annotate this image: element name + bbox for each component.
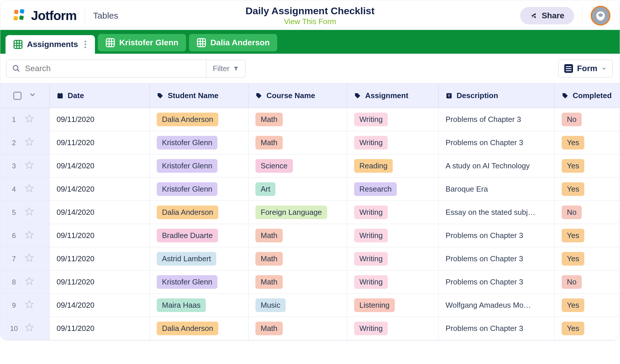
cell-student[interactable]: Kristofer Glenn	[150, 154, 248, 177]
star-icon[interactable]	[25, 253, 34, 264]
star-icon[interactable]	[25, 137, 34, 148]
cell-course[interactable]: Music	[248, 294, 347, 317]
header-description[interactable]: T Description	[439, 84, 555, 108]
cell-date[interactable]: 09/14/2020	[50, 201, 150, 224]
cell-course[interactable]: Math	[248, 108, 347, 131]
table-row[interactable]: 6 09/11/2020 Bradlee Duarte Math Writing…	[0, 224, 620, 247]
cell-completed[interactable]: Yes	[555, 154, 620, 177]
cell-student[interactable]: Kristofer Glenn	[150, 131, 248, 154]
cell-completed[interactable]: No	[555, 201, 620, 224]
cell-description[interactable]: Problems on Chapter 3	[439, 271, 555, 293]
cell-description[interactable]: Wolfgang Amadeus Mo…	[439, 294, 555, 317]
cell-assignment[interactable]: Writing	[347, 317, 439, 340]
cell-date[interactable]: 09/14/2020	[50, 294, 150, 317]
cell-assignment[interactable]: Writing	[347, 271, 439, 293]
star-icon[interactable]	[25, 114, 34, 125]
section-label[interactable]: Tables	[93, 11, 118, 21]
table-row[interactable]: 4 09/14/2020 Kristofer Glenn Art Researc…	[0, 178, 620, 201]
cell-date[interactable]: 09/11/2020	[50, 108, 150, 131]
table-row[interactable]: 7 09/11/2020 Astrid Lambert Math Writing…	[0, 247, 620, 271]
cell-course[interactable]: Math	[248, 317, 347, 340]
expand-all-icon[interactable]	[28, 91, 37, 101]
cell-course[interactable]: Foreign Language	[248, 201, 347, 224]
cell-description[interactable]: Problems on Chapter 3	[439, 247, 555, 270]
filter-button[interactable]: Filter	[206, 60, 246, 78]
cell-student[interactable]: Bradlee Duarte	[150, 224, 248, 247]
header-date[interactable]: Date	[50, 84, 150, 108]
cell-description[interactable]: Problems of Chapter 3	[439, 108, 555, 131]
cell-completed[interactable]: No	[555, 271, 620, 293]
view-form-link[interactable]: View This Form	[284, 17, 336, 26]
star-icon[interactable]	[25, 207, 34, 218]
cell-course[interactable]: Math	[248, 131, 347, 154]
cell-date[interactable]: 09/11/2020	[50, 271, 150, 293]
cell-assignment[interactable]: Writing	[347, 201, 439, 224]
cell-student[interactable]: Kristofer Glenn	[150, 178, 248, 201]
cell-student[interactable]: Dalia Anderson	[150, 108, 248, 131]
cell-assignment[interactable]: Writing	[347, 108, 439, 131]
cell-assignment[interactable]: Research	[347, 178, 439, 201]
cell-assignment[interactable]: Listening	[347, 294, 439, 317]
cell-description[interactable]: Baroque Era	[439, 178, 555, 201]
topbar: Jotform Tables Daily Assignment Checklis…	[0, 0, 620, 30]
form-button[interactable]: Form	[558, 60, 613, 78]
star-icon[interactable]	[25, 277, 34, 288]
cell-description[interactable]: Problems on Chapter 3	[439, 131, 555, 154]
cell-student[interactable]: Astrid Lambert	[150, 247, 248, 270]
star-icon[interactable]	[25, 184, 34, 195]
search-input[interactable]	[25, 64, 200, 73]
tab-assignments[interactable]: Assignments	[6, 35, 95, 54]
cell-completed[interactable]: Yes	[555, 178, 620, 201]
table-row[interactable]: 9 09/14/2020 Maira Haas Music Listening …	[0, 294, 620, 317]
tab-kristofer[interactable]: Kristofer Glenn	[98, 34, 186, 51]
header-assignment[interactable]: Assignment	[347, 84, 439, 108]
cell-description[interactable]: Essay on the stated subj…	[439, 201, 555, 224]
cell-date[interactable]: 09/14/2020	[50, 154, 150, 177]
cell-completed[interactable]: Yes	[555, 317, 620, 340]
star-icon[interactable]	[25, 323, 34, 334]
cell-assignment[interactable]: Reading	[347, 154, 439, 177]
cell-completed[interactable]: Yes	[555, 224, 620, 247]
cell-date[interactable]: 09/14/2020	[50, 178, 150, 201]
star-icon[interactable]	[25, 161, 34, 172]
header-student[interactable]: Student Name	[150, 84, 248, 108]
cell-completed[interactable]: No	[555, 108, 620, 131]
table-row[interactable]: 2 09/11/2020 Kristofer Glenn Math Writin…	[0, 131, 620, 154]
cell-completed[interactable]: Yes	[555, 131, 620, 154]
cell-student[interactable]: Kristofer Glenn	[150, 271, 248, 293]
tab-menu-icon[interactable]	[84, 41, 87, 48]
cell-assignment[interactable]: Writing	[347, 224, 439, 247]
table-row[interactable]: 1 09/11/2020 Dalia Anderson Math Writing…	[0, 108, 620, 131]
cell-student[interactable]: Dalia Anderson	[150, 201, 248, 224]
star-icon[interactable]	[25, 300, 34, 311]
select-all-checkbox[interactable]	[13, 92, 21, 100]
cell-student[interactable]: Dalia Anderson	[150, 317, 248, 340]
header-course[interactable]: Course Name	[248, 84, 347, 108]
cell-date[interactable]: 09/11/2020	[50, 247, 150, 270]
tab-dalia[interactable]: Dalia Anderson	[189, 34, 277, 51]
header-completed[interactable]: Completed	[555, 84, 620, 108]
table-row[interactable]: 8 09/11/2020 Kristofer Glenn Math Writin…	[0, 271, 620, 294]
star-icon[interactable]	[25, 230, 34, 241]
cell-course[interactable]: Art	[248, 178, 347, 201]
cell-course[interactable]: Math	[248, 247, 347, 270]
cell-description[interactable]: A study on AI Technology	[439, 154, 555, 177]
cell-course[interactable]: Math	[248, 271, 347, 293]
cell-completed[interactable]: Yes	[555, 294, 620, 317]
cell-assignment[interactable]: Writing	[347, 247, 439, 270]
cell-student[interactable]: Maira Haas	[150, 294, 248, 317]
table-row[interactable]: 3 09/14/2020 Kristofer Glenn Science Rea…	[0, 154, 620, 178]
cell-date[interactable]: 09/11/2020	[50, 317, 150, 340]
table-row[interactable]: 5 09/14/2020 Dalia Anderson Foreign Lang…	[0, 201, 620, 224]
share-button[interactable]: Share	[520, 7, 574, 24]
cell-description[interactable]: Problems on Chapter 3	[439, 224, 555, 247]
cell-completed[interactable]: Yes	[555, 247, 620, 270]
cell-course[interactable]: Math	[248, 224, 347, 247]
table-row[interactable]: 10 09/11/2020 Dalia Anderson Math Writin…	[0, 317, 620, 340]
cell-date[interactable]: 09/11/2020	[50, 131, 150, 154]
cell-course[interactable]: Science	[248, 154, 347, 177]
cell-assignment[interactable]: Writing	[347, 131, 439, 154]
cell-date[interactable]: 09/11/2020	[50, 224, 150, 247]
cell-description[interactable]: Problems on Chapter 3	[439, 317, 555, 340]
avatar[interactable]	[591, 6, 610, 26]
